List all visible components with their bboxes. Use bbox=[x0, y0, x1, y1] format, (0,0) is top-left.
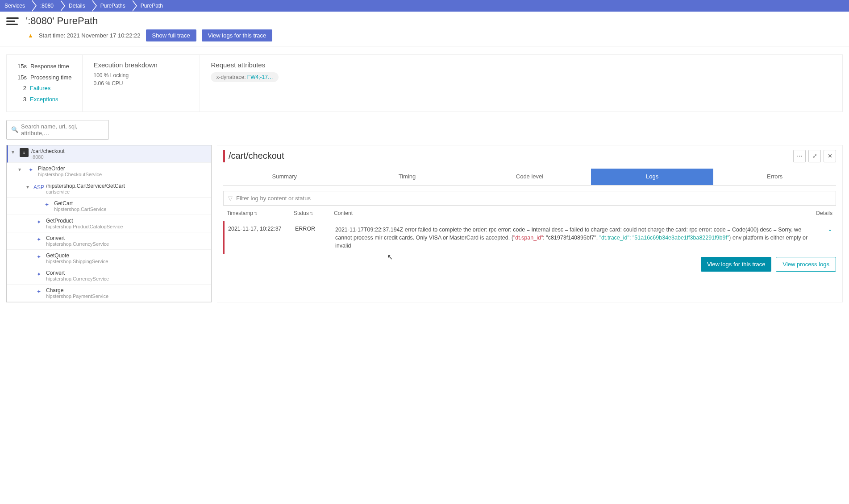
menu-icon[interactable] bbox=[6, 17, 19, 25]
service-icon: ⌂ bbox=[20, 148, 29, 157]
log-status: ERROR bbox=[295, 226, 335, 232]
tree-toggle-icon[interactable]: ▾ bbox=[18, 166, 24, 173]
search-placeholder: Search name, url, sql, attribute,… bbox=[21, 123, 104, 136]
tree-item-title: GetCart bbox=[54, 200, 106, 207]
stat-label: Processing time bbox=[30, 72, 71, 83]
service-icon: ✦ bbox=[34, 252, 43, 261]
view-process-logs-button[interactable]: View process logs bbox=[776, 257, 836, 272]
tree-item[interactable]: ▾ ✦ PlaceOrder hipstershop.CheckoutServi… bbox=[7, 163, 211, 180]
stat-number: 15s bbox=[17, 72, 27, 83]
service-icon: ✦ bbox=[34, 218, 43, 227]
tree-item-subtitle: hipstershop.PaymentService bbox=[46, 293, 108, 299]
show-full-trace-button[interactable]: Show full trace bbox=[146, 29, 196, 41]
stat-line[interactable]: 2Failures bbox=[17, 83, 71, 94]
stats-card: 15sResponse time15sProcessing time2Failu… bbox=[7, 55, 83, 112]
breadcrumb-item[interactable]: PurePaths bbox=[92, 0, 132, 12]
detail-title: /cart/checkout bbox=[229, 151, 284, 161]
tree-item-title: /hipstershop.CartService/GetCart bbox=[46, 183, 125, 189]
overview-cards: 15sResponse time15sProcessing time2Failu… bbox=[6, 54, 843, 112]
stat-line: 15sProcessing time bbox=[17, 72, 71, 83]
stat-label: Failures bbox=[30, 83, 50, 94]
log-table-header: Timestamp⇅ Status⇅ Content Details bbox=[223, 206, 836, 221]
view-logs-trace-button[interactable]: View logs for this trace bbox=[701, 257, 772, 272]
page-title: ':8080' PurePath bbox=[26, 15, 98, 27]
expand-button[interactable]: ⤢ bbox=[808, 150, 821, 162]
tree-item-title: Convert bbox=[46, 270, 109, 276]
search-input[interactable]: 🔍 Search name, url, sql, attribute,… bbox=[6, 120, 109, 140]
service-icon: ✦ bbox=[34, 287, 43, 296]
stat-label: Exceptions bbox=[30, 94, 58, 105]
exec-row: 100 % Locking bbox=[93, 72, 189, 78]
service-icon: ✦ bbox=[34, 270, 43, 279]
exec-label: 100 % Locking bbox=[93, 72, 133, 78]
log-timestamp: 2021-11-17, 10:22:37 bbox=[228, 226, 295, 232]
breadcrumb-bar: Services:8080DetailsPurePathsPurePath bbox=[0, 0, 849, 12]
error-indicator bbox=[223, 150, 225, 162]
tree-item-title: Convert bbox=[46, 235, 109, 241]
search-icon: 🔍 bbox=[11, 126, 18, 133]
log-filter-input[interactable]: ▽ Filter log by content or status bbox=[223, 191, 836, 206]
tab-timing[interactable]: Timing bbox=[346, 169, 469, 185]
tree-item[interactable]: ▾ ⌂ /cart/checkout :8080 bbox=[7, 145, 211, 163]
filter-placeholder: Filter log by content or status bbox=[236, 195, 311, 202]
stat-line: 15sResponse time bbox=[17, 61, 71, 72]
close-button[interactable]: ✕ bbox=[824, 150, 836, 162]
tree-toggle-icon[interactable]: ▾ bbox=[26, 184, 32, 190]
attribute-value: FW4;-17… bbox=[247, 74, 273, 80]
stat-number: 15s bbox=[17, 61, 27, 72]
col-details: Details bbox=[810, 210, 832, 216]
service-icon: ✦ bbox=[42, 200, 51, 209]
service-icon: ✦ bbox=[34, 235, 43, 244]
sort-icon: ⇅ bbox=[254, 211, 258, 216]
exec-bar bbox=[140, 81, 189, 86]
tree-item-subtitle: cartservice bbox=[46, 189, 125, 194]
exec-row: 0.06 % CPU bbox=[93, 80, 189, 87]
warning-icon: ▲ bbox=[28, 32, 33, 39]
stat-number: 3 bbox=[17, 94, 26, 105]
detail-panel: /cart/checkout ⋯ ⤢ ✕ SummaryTimingCode l… bbox=[217, 145, 843, 302]
tree-item[interactable]: ▾ ASP /hipstershop.CartService/GetCart c… bbox=[7, 180, 211, 198]
stat-label: Response time bbox=[30, 61, 69, 72]
tree-item-title: /cart/checkout bbox=[31, 148, 65, 154]
tab-code-level[interactable]: Code level bbox=[468, 169, 591, 185]
service-icon: ASP bbox=[34, 183, 43, 192]
breadcrumb-item[interactable]: Services bbox=[0, 0, 31, 12]
tree-item[interactable]: ✦ GetCart hipstershop.CartService bbox=[7, 198, 211, 215]
tree-item-subtitle: hipstershop.ProductCatalogService bbox=[46, 224, 123, 229]
tree-item-title: Charge bbox=[46, 287, 108, 293]
tree-item-subtitle: :8080 bbox=[31, 154, 65, 160]
tree-item[interactable]: ✦ Convert hipstershop.CurrencyService bbox=[7, 267, 211, 285]
filter-icon: ▽ bbox=[228, 195, 233, 202]
execution-card: Execution breakdown 100 % Locking0.06 % … bbox=[83, 55, 200, 112]
request-attributes-card: Request attributes x-dynatrace: FW4;-17… bbox=[200, 55, 842, 112]
exec-label: 0.06 % CPU bbox=[93, 80, 133, 87]
tree-item[interactable]: ✦ Charge hipstershop.PaymentService bbox=[7, 285, 211, 302]
tab-logs[interactable]: Logs bbox=[591, 169, 714, 185]
exec-bar bbox=[140, 73, 189, 78]
tab-errors[interactable]: Errors bbox=[713, 169, 836, 185]
tree-item-title: GetProduct bbox=[46, 218, 123, 224]
attribute-pill[interactable]: x-dynatrace: FW4;-17… bbox=[211, 72, 278, 82]
tree-item[interactable]: ✦ GetQuote hipstershop.ShippingService bbox=[7, 250, 211, 267]
expand-row-icon[interactable]: ⌄ bbox=[828, 226, 832, 232]
sort-icon: ⇅ bbox=[310, 211, 313, 216]
view-logs-button[interactable]: View logs for this trace bbox=[202, 29, 273, 41]
span-tree: ▾ ⌂ /cart/checkout :8080 ▾ ✦ PlaceOrder … bbox=[6, 145, 212, 302]
tree-toggle-icon[interactable]: ▾ bbox=[12, 149, 17, 155]
span-id-key: "dt.span_id" bbox=[513, 235, 543, 241]
more-actions-button[interactable]: ⋯ bbox=[793, 150, 806, 162]
log-row[interactable]: 2021-11-17, 10:22:37 ERROR 2021-11-17T09… bbox=[223, 221, 836, 254]
service-icon: ✦ bbox=[26, 165, 35, 174]
col-timestamp[interactable]: Timestamp⇅ bbox=[227, 210, 294, 216]
attribute-key: x-dynatrace: bbox=[216, 74, 246, 80]
log-content: 2021-11-17T09:22:37.194Z error failed to… bbox=[335, 226, 810, 250]
tab-summary[interactable]: Summary bbox=[223, 169, 346, 185]
trace-id-val: : "51a16c69b34e3abe1ff3ba82291f9b9f" bbox=[629, 235, 729, 241]
tree-item[interactable]: ✦ GetProduct hipstershop.ProductCatalogS… bbox=[7, 215, 211, 232]
breadcrumb-item[interactable]: PurePath bbox=[132, 0, 169, 12]
stat-line[interactable]: 3Exceptions bbox=[17, 94, 71, 105]
request-attributes-title: Request attributes bbox=[211, 61, 832, 69]
col-status[interactable]: Status⇅ bbox=[294, 210, 334, 216]
tree-item-title: PlaceOrder bbox=[38, 165, 102, 172]
tree-item[interactable]: ✦ Convert hipstershop.CurrencyService bbox=[7, 232, 211, 250]
